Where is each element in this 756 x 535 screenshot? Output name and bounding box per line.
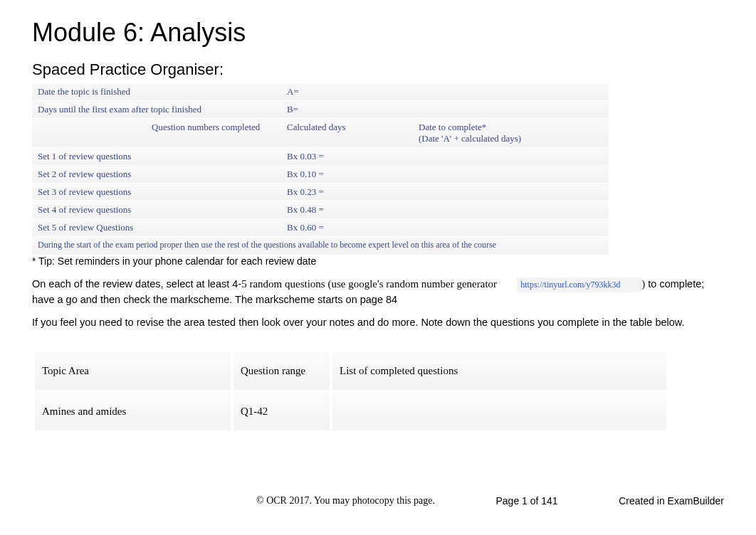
row-set-2: Set 2 of review questions Bx 0.10 = [32,166,609,184]
cell-topic: Amines and amides [35,393,231,430]
footer-created: Created in ExamBuilder [619,495,724,507]
row-column-headers: Question numbers completed Calculated da… [32,119,609,148]
set-qnums [146,219,281,237]
organiser-table: Date the topic is finished A= Days until… [32,83,609,255]
col-question-numbers: Question numbers completed [146,119,281,148]
footer-page: Page 1 of 141 [495,495,557,507]
row-set-1: Set 1 of review questions Bx 0.03 = [32,148,609,166]
set-calc: Bx 0.48 = [281,201,413,219]
set-label: Set 2 of review questions [32,166,146,184]
set-qnums [146,166,281,184]
set-date [413,219,609,237]
expert-note: During the start of the exam period prop… [32,237,609,255]
row-expert-note: During the start of the exam period prop… [32,237,609,255]
random-generator-link[interactable]: https://tinyurl.com/y793kk3d [517,277,641,292]
topic-table-header-row: Topic Area Question range List of comple… [35,352,666,390]
col-date-to-complete-main: Date to complete* [419,122,486,132]
row-days-until: Days until the first exam after topic fi… [32,101,609,119]
set-qnums [146,184,281,201]
topic-table: Topic Area Question range List of comple… [32,349,669,433]
row-set-3: Set 3 of review questions Bx 0.23 = [32,184,609,201]
header-question-range: Question range [233,352,330,390]
set-qnums [146,201,281,219]
col-calculated-days: Calculated days [281,119,413,148]
footer-copyright: © OCR 2017. You may photocopy this page. [256,495,435,507]
set-label: Set 3 of review questions [32,184,146,201]
revise-note: If you feel you need to revise the area … [32,317,724,328]
topic-table-row: Amines and amides Q1-42 [35,393,666,430]
col-date-to-complete-sub: (Date 'A' + calculated days) [419,133,521,144]
set-date [413,201,609,219]
set-label: Set 5 of review Questions [32,219,146,237]
cell-range: Q1-42 [233,393,330,430]
cell-completed [332,393,666,430]
footer: © OCR 2017. You may photocopy this page.… [0,495,756,507]
instruction-block: On each of the review dates, select at l… [32,277,724,307]
header-completed-list: List of completed questions [332,352,666,390]
header-topic-area: Topic Area [35,352,231,390]
label-days-until: Days until the first exam after topic fi… [32,101,281,119]
set-label: Set 4 of review questions [32,201,146,219]
subtitle: Spaced Practice Organiser: [32,60,724,79]
set-label: Set 1 of review questions [32,148,146,166]
col-date-to-complete: Date to complete* (Date 'A' + calculated… [413,119,609,148]
row-date-finished: Date the topic is finished A= [32,83,609,101]
row-set-5: Set 5 of review Questions Bx 0.60 = [32,219,609,237]
page-title: Module 6: Analysis [32,18,724,48]
set-calc: Bx 0.10 = [281,166,413,184]
set-calc: Bx 0.23 = [281,184,413,201]
tip-text: * Tip: Set reminders in your phone calen… [32,255,724,267]
set-date [413,166,609,184]
value-date-finished: A= [281,83,609,101]
set-calc: Bx 0.03 = [281,148,413,166]
set-qnums [146,148,281,166]
row-set-4: Set 4 of review questions Bx 0.48 = [32,201,609,219]
value-days-until: B= [281,101,609,119]
instruction-part1: On each of the review dates, select at l… [32,278,241,290]
col-blank [32,119,146,148]
set-date [413,148,609,166]
set-date [413,184,609,201]
label-date-finished: Date the topic is finished [32,83,281,101]
set-calc: Bx 0.60 = [281,219,413,237]
instruction-part1-serif: 5 random questions (use google's random … [241,278,497,290]
